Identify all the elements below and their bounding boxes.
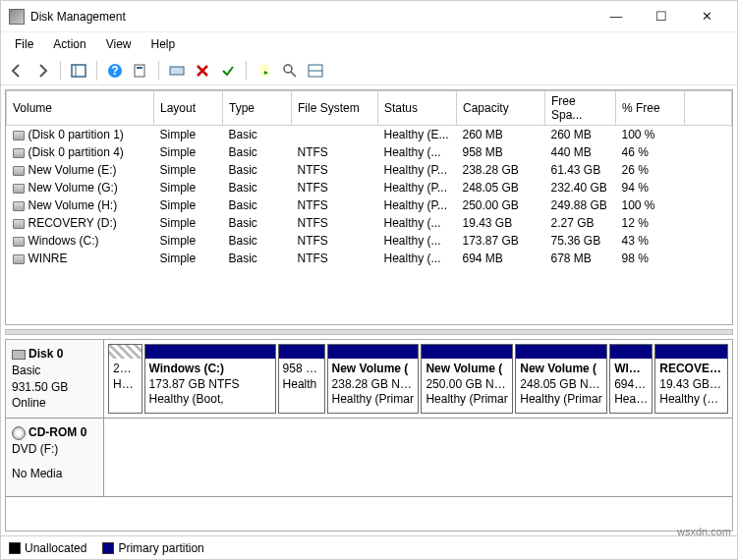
- disk-row-cdrom[interactable]: CD-ROM 0 DVD (F:) No Media: [6, 419, 732, 497]
- partition-status: Healthy (Primar: [520, 392, 602, 408]
- volume-name: (Disk 0 partition 4): [28, 145, 124, 159]
- cell-capacity: 173.87 GB: [457, 232, 545, 250]
- cdrom-header[interactable]: CD-ROM 0 DVD (F:) No Media: [6, 419, 104, 496]
- partition-status: Healthy (Primar: [426, 392, 508, 408]
- partition[interactable]: New Volume ( 250.00 GB NTFS Healthy (Pri…: [421, 344, 513, 414]
- cell-layout: Simple: [154, 232, 223, 250]
- cell-status: Healthy (E...: [378, 126, 457, 144]
- partition[interactable]: New Volume ( 248.05 GB NTFS Healthy (Pri…: [515, 344, 607, 414]
- col-volume[interactable]: Volume: [7, 91, 154, 126]
- volume-row[interactable]: New Volume (E:) Simple Basic NTFS Health…: [7, 161, 732, 179]
- cell-capacity: 250.00 GB: [457, 196, 545, 214]
- titlebar: Disk Management — ☐ ✕: [1, 1, 737, 32]
- volume-row[interactable]: New Volume (H:) Simple Basic NTFS Health…: [7, 196, 732, 214]
- search-button[interactable]: [278, 59, 302, 83]
- partition-button[interactable]: [165, 59, 189, 83]
- cell-fs: NTFS: [292, 196, 378, 214]
- cell-status: Healthy (...: [378, 143, 457, 161]
- menu-file[interactable]: File: [7, 34, 41, 54]
- disk-0-header[interactable]: Disk 0 Basic 931.50 GB Online: [6, 340, 104, 418]
- cell-status: Healthy (...: [378, 232, 457, 250]
- menu-help[interactable]: Help: [143, 34, 184, 54]
- partition-name: Windows (C:): [149, 362, 271, 377]
- partition-status: Healthy (Boot,: [149, 392, 271, 408]
- volume-row[interactable]: New Volume (G:) Simple Basic NTFS Health…: [7, 179, 732, 196]
- partition-status: Healthy (Primar: [332, 392, 415, 408]
- col-capacity[interactable]: Capacity: [457, 91, 545, 126]
- disk-0-partitions: 260 M Health Windows (C:) 173.87 GB NTFS…: [104, 340, 732, 418]
- col-status[interactable]: Status: [378, 91, 457, 126]
- svg-rect-0: [72, 65, 85, 77]
- cell-free: 440 MB: [545, 143, 616, 161]
- partition-bar: [145, 345, 275, 359]
- partition[interactable]: New Volume ( 238.28 GB NTFS Healthy (Pri…: [327, 344, 420, 414]
- partition-name: New Volume (: [426, 362, 508, 377]
- partition[interactable]: Windows (C:) 173.87 GB NTFS Healthy (Boo…: [144, 344, 276, 414]
- partition-size: 238.28 GB NTFS: [332, 377, 415, 393]
- delete-button[interactable]: [191, 59, 214, 83]
- separator: [158, 61, 159, 81]
- col-fs[interactable]: File System: [292, 91, 378, 126]
- cell-type: Basic: [223, 196, 292, 214]
- col-type[interactable]: Type: [223, 91, 292, 126]
- cdrom-icon: [12, 426, 26, 440]
- partition[interactable]: 958 MB Health: [278, 344, 325, 414]
- separator: [246, 61, 247, 81]
- cell-layout: Simple: [154, 126, 223, 144]
- partition-bar: [328, 345, 419, 359]
- volume-name: New Volume (G:): [28, 181, 118, 195]
- help-button[interactable]: ?: [103, 59, 127, 83]
- partition-bar: [610, 345, 652, 359]
- volume-row[interactable]: Windows (C:) Simple Basic NTFS Healthy (…: [7, 232, 732, 250]
- col-free[interactable]: Free Spa...: [545, 91, 616, 126]
- volume-row[interactable]: (Disk 0 partition 4) Simple Basic NTFS H…: [7, 143, 732, 161]
- cell-status: Healthy (P...: [378, 196, 457, 214]
- legend: Unallocated Primary partition: [1, 535, 737, 559]
- cell-free: 249.88 GB: [545, 196, 616, 214]
- cell-layout: Simple: [154, 143, 223, 161]
- minimize-button[interactable]: —: [594, 1, 639, 32]
- show-hide-tree-button[interactable]: [67, 59, 90, 83]
- splitter[interactable]: [5, 329, 733, 335]
- partition-size: 19.43 GB NTI: [659, 377, 723, 393]
- forward-button[interactable]: [30, 59, 54, 83]
- partition-size: 694 MI: [614, 377, 648, 393]
- close-button[interactable]: ✕: [684, 1, 729, 32]
- properties-button[interactable]: [129, 59, 152, 83]
- cell-type: Basic: [223, 250, 292, 267]
- new-volume-button[interactable]: [253, 59, 276, 83]
- volume-icon: [13, 254, 25, 264]
- cell-layout: Simple: [154, 161, 223, 179]
- partition[interactable]: 260 M Health: [108, 344, 142, 414]
- volume-list[interactable]: Volume Layout Type File System Status Ca…: [5, 89, 733, 325]
- disk-layout-button[interactable]: [304, 59, 327, 83]
- volume-row[interactable]: (Disk 0 partition 1) Simple Basic Health…: [7, 126, 732, 144]
- swatch-primary: [102, 542, 114, 554]
- volume-icon: [13, 201, 25, 211]
- back-button[interactable]: [5, 59, 28, 83]
- volume-name: (Disk 0 partition 1): [28, 128, 124, 141]
- menu-action[interactable]: Action: [45, 34, 93, 54]
- cell-free: 678 MB: [545, 250, 616, 267]
- disk-row-0[interactable]: Disk 0 Basic 931.50 GB Online 260 M Heal…: [6, 340, 732, 419]
- partition[interactable]: RECOVERY 19.43 GB NTI Healthy (OEI: [654, 344, 728, 414]
- column-headers[interactable]: Volume Layout Type File System Status Ca…: [7, 91, 732, 126]
- cell-layout: Simple: [154, 250, 223, 267]
- maximize-button[interactable]: ☐: [639, 1, 684, 32]
- volume-row[interactable]: RECOVERY (D:) Simple Basic NTFS Healthy …: [7, 214, 732, 232]
- cell-type: Basic: [223, 143, 292, 161]
- partition-bar: [422, 345, 512, 359]
- check-button[interactable]: [216, 59, 240, 83]
- partition-size: 250.00 GB NTFS: [426, 377, 508, 393]
- col-layout[interactable]: Layout: [154, 91, 223, 126]
- volume-icon: [13, 237, 25, 247]
- cell-fs: NTFS: [292, 161, 378, 179]
- partition-name: WINRI: [614, 362, 648, 377]
- cell-type: Basic: [223, 232, 292, 250]
- partition[interactable]: WINRI 694 MI Health: [609, 344, 653, 414]
- cdrom-sub: DVD (F:): [12, 441, 97, 458]
- legend-primary: Primary partition: [102, 541, 203, 555]
- col-pct[interactable]: % Free: [616, 91, 685, 126]
- volume-row[interactable]: WINRE Simple Basic NTFS Healthy (... 694…: [7, 250, 732, 267]
- menu-view[interactable]: View: [98, 34, 140, 54]
